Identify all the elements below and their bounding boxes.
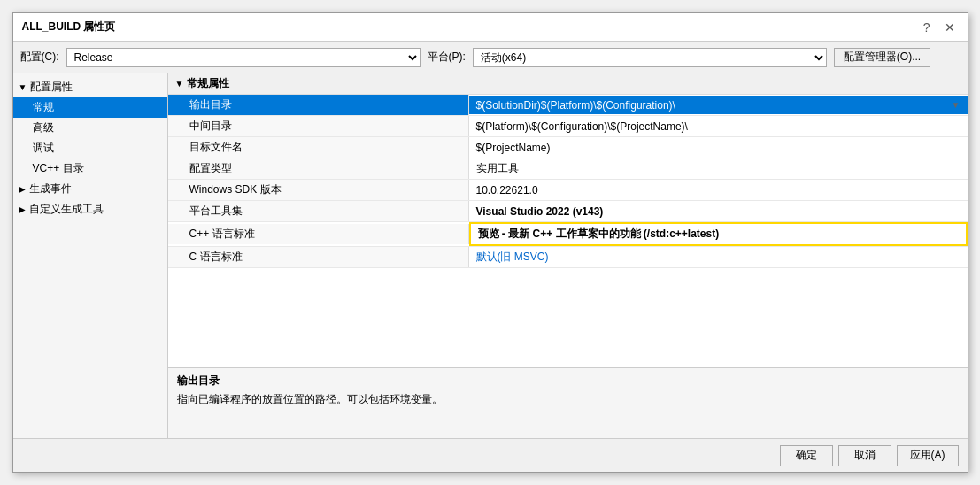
sidebar-item-vc-dirs[interactable]: VC++ 目录 — [13, 158, 167, 179]
prop-value-text: $(Platform)\$(Configuration)\$(ProjectNa… — [476, 120, 688, 133]
description-text: 指向已编译程序的放置位置的路径。可以包括环境变量。 — [177, 392, 959, 407]
sidebar-item-general[interactable]: 常规 — [13, 97, 167, 118]
prop-value-windows-sdk: 10.0.22621.0 — [469, 181, 968, 199]
sidebar-item-label: 生成事件 — [29, 181, 72, 196]
prop-row-config-type[interactable]: 配置类型 实用工具 — [168, 158, 968, 180]
footer: 确定 取消 应用(A) — [13, 438, 968, 472]
sidebar: ▼ 配置属性 常规 高级 调试 VC++ 目录 ▶ 生成事件 ▶ 自定义生成工具 — [13, 73, 168, 438]
prop-row-platform-toolset[interactable]: 平台工具集 Visual Studio 2022 (v143) — [168, 201, 968, 222]
prop-value-config-type: 实用工具 — [469, 158, 968, 179]
prop-value-text: $(ProjectName) — [476, 142, 551, 154]
config-label: 配置(C): — [20, 50, 59, 65]
prop-name-target-name: 目标文件名 — [168, 137, 469, 158]
prop-value-text: Visual Studio 2022 (v143) — [476, 205, 604, 218]
sidebar-section-build-events[interactable]: ▶ 生成事件 — [13, 179, 167, 199]
prop-name-intermediate-dir: 中间目录 — [168, 116, 469, 136]
prop-value-text: 实用工具 — [476, 161, 519, 176]
prop-name-cpp-standard: C++ 语言标准 — [168, 224, 469, 244]
properties-section-label: 常规属性 — [187, 76, 229, 91]
prop-value-intermediate-dir: $(Platform)\$(Configuration)\$(ProjectNa… — [469, 118, 968, 135]
help-button[interactable]: ? — [920, 19, 934, 36]
apply-button[interactable]: 应用(A) — [897, 445, 959, 466]
title-bar: ALL_BUILD 属性页 ? ✕ — [13, 13, 968, 42]
prop-value-text: $(SolutionDir)$(Platform)\$(Configuratio… — [476, 99, 675, 112]
platform-label: 平台(P): — [428, 50, 466, 65]
prop-row-intermediate-dir[interactable]: 中间目录 $(Platform)\$(Configuration)\$(Proj… — [168, 116, 968, 137]
title-bar-buttons: ? ✕ — [920, 19, 959, 36]
toolbar: 配置(C): Release 平台(P): 活动(x64) 配置管理器(O)..… — [13, 42, 968, 73]
dialog: ALL_BUILD 属性页 ? ✕ 配置(C): Release 平台(P): … — [12, 12, 968, 473]
prop-name-config-type: 配置类型 — [168, 158, 469, 179]
prop-row-output-dir[interactable]: 输出目录 $(SolutionDir)$(Platform)\$(Configu… — [168, 95, 968, 116]
prop-name-platform-toolset: 平台工具集 — [168, 201, 469, 221]
config-manager-button[interactable]: 配置管理器(O)... — [834, 48, 930, 67]
sidebar-section-config-props[interactable]: ▼ 配置属性 — [13, 77, 167, 97]
prop-value-output-dir: $(SolutionDir)$(Platform)\$(Configuratio… — [469, 96, 968, 114]
content-area: ▼ 常规属性 输出目录 $(SolutionDir)$(Platform)\$(… — [168, 73, 968, 438]
description-area: 输出目录 指向已编译程序的放置位置的路径。可以包括环境变量。 — [168, 367, 968, 438]
cancel-button[interactable]: 取消 — [838, 445, 891, 466]
prop-value-cpp-standard: 预览 - 最新 C++ 工作草案中的功能 (/std:c++latest) — [469, 222, 968, 246]
sidebar-item-label: 高级 — [33, 121, 54, 134]
prop-row-target-name[interactable]: 目标文件名 $(ProjectName) — [168, 137, 968, 158]
collapse-arrow-icon: ▼ — [19, 82, 27, 92]
prop-value-text: 默认(旧 MSVC) — [476, 250, 549, 265]
sidebar-item-label: 自定义生成工具 — [29, 202, 104, 217]
expand-arrow-icon: ▶ — [19, 184, 26, 194]
sidebar-item-advanced[interactable]: 高级 — [13, 118, 167, 138]
prop-value-platform-toolset: Visual Studio 2022 (v143) — [469, 203, 968, 220]
section-collapse-arrow-icon: ▼ — [175, 79, 184, 89]
prop-value-c-standard: 默认(旧 MSVC) — [469, 247, 968, 267]
prop-row-windows-sdk[interactable]: Windows SDK 版本 10.0.22621.0 — [168, 180, 968, 201]
sidebar-section-custom-build[interactable]: ▶ 自定义生成工具 — [13, 199, 167, 219]
properties-area: ▼ 常规属性 输出目录 $(SolutionDir)$(Platform)\$(… — [168, 73, 968, 367]
dropdown-arrow-icon[interactable]: ▼ — [952, 100, 961, 110]
sidebar-item-label: 常规 — [33, 101, 54, 113]
close-button[interactable]: ✕ — [941, 19, 959, 36]
prop-value-text: 预览 - 最新 C++ 工作草案中的功能 (/std:c++latest) — [478, 227, 720, 242]
prop-name-windows-sdk: Windows SDK 版本 — [168, 180, 469, 200]
config-select[interactable]: Release — [66, 48, 421, 67]
properties-section-header[interactable]: ▼ 常规属性 — [168, 73, 968, 95]
prop-row-cpp-standard[interactable]: C++ 语言标准 预览 - 最新 C++ 工作草案中的功能 (/std:c++l… — [168, 222, 968, 247]
description-title: 输出目录 — [177, 373, 959, 389]
sidebar-item-label: VC++ 目录 — [33, 162, 84, 174]
prop-value-target-name: $(ProjectName) — [469, 139, 968, 157]
prop-value-text: 10.0.22621.0 — [476, 184, 538, 196]
dialog-title: ALL_BUILD 属性页 — [22, 19, 116, 35]
prop-name-c-standard: C 语言标准 — [168, 247, 469, 267]
prop-row-c-standard[interactable]: C 语言标准 默认(旧 MSVC) — [168, 247, 968, 268]
sidebar-item-debug[interactable]: 调试 — [13, 138, 167, 158]
prop-name-output-dir: 输出目录 — [168, 95, 469, 115]
ok-button[interactable]: 确定 — [780, 445, 833, 466]
sidebar-item-label: 调试 — [33, 142, 54, 154]
main-content: ▼ 配置属性 常规 高级 调试 VC++ 目录 ▶ 生成事件 ▶ 自定义生成工具 — [13, 73, 968, 438]
expand-arrow-icon: ▶ — [19, 204, 26, 214]
sidebar-section-label: 配置属性 — [30, 80, 73, 95]
platform-select[interactable]: 活动(x64) — [473, 48, 827, 67]
